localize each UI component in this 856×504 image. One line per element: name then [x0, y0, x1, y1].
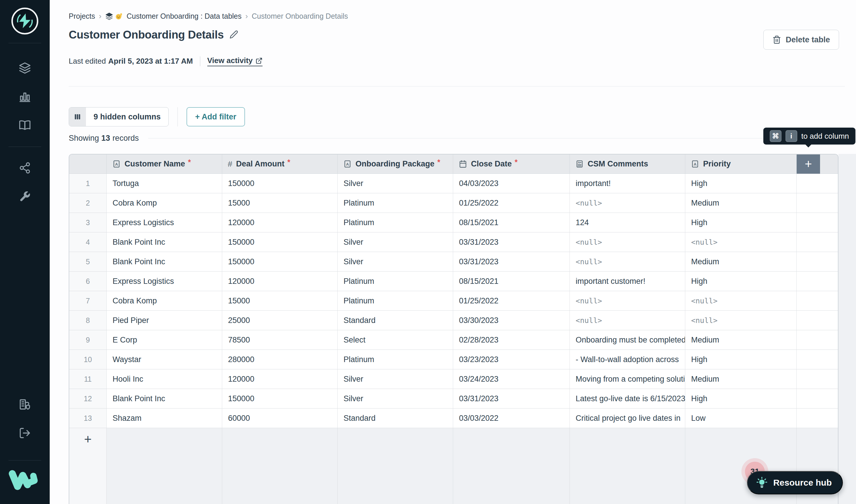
table-cell[interactable]: 08/15/2021: [453, 213, 570, 232]
table-cell[interactable]: Hooli Inc: [107, 370, 222, 389]
column-header-deal-amount[interactable]: #Deal Amount*: [222, 155, 338, 174]
table-cell[interactable]: Select: [338, 330, 453, 349]
table-cell[interactable]: Critical project go live dates in: [570, 409, 685, 428]
table-cell[interactable]: <null>: [685, 232, 797, 252]
breadcrumb-section[interactable]: Customer Onboarding : Data tables: [126, 12, 241, 20]
table-cell[interactable]: <null>: [570, 291, 685, 310]
table-cell[interactable]: 02/28/2023: [453, 330, 570, 349]
table-cell[interactable]: 150000: [222, 232, 338, 252]
column-header-csm-comments[interactable]: ACSM Comments: [570, 155, 685, 174]
table-cell[interactable]: Silver: [338, 252, 453, 271]
sidebar-item-share[interactable]: [18, 162, 32, 175]
hidden-columns-button[interactable]: 9 hidden columns: [69, 107, 169, 126]
sidebar-item-bar-chart[interactable]: [18, 91, 32, 104]
table-cell[interactable]: 120000: [222, 370, 338, 389]
add-filter-button[interactable]: + Add filter: [187, 107, 245, 126]
table-cell[interactable]: <null>: [685, 291, 797, 310]
table-cell[interactable]: 120000: [222, 213, 338, 232]
table-cell[interactable]: 04/03/2023: [453, 174, 570, 193]
table-cell[interactable]: 03/03/2022: [453, 409, 570, 428]
table-cell[interactable]: Medium: [685, 252, 797, 271]
table-cell[interactable]: E Corp: [107, 330, 222, 349]
column-header-customer-name[interactable]: ACustomer Name*: [107, 155, 222, 174]
table-cell[interactable]: 03/30/2023: [453, 311, 570, 330]
table-cell[interactable]: 03/31/2023: [453, 252, 570, 271]
table-cell[interactable]: 01/25/2022: [453, 193, 570, 213]
add-row-button[interactable]: +: [84, 433, 92, 446]
table-cell[interactable]: Silver: [338, 370, 453, 389]
column-header-close-date[interactable]: Close Date*: [453, 155, 570, 174]
table-cell[interactable]: 150000: [222, 174, 338, 193]
table-cell[interactable]: High: [685, 272, 797, 291]
table-cell[interactable]: 03/31/2023: [453, 389, 570, 408]
table-cell[interactable]: Low: [685, 409, 797, 428]
table-cell[interactable]: 03/24/2023: [453, 370, 570, 389]
table-cell[interactable]: 120000: [222, 272, 338, 291]
table-cell[interactable]: 03/31/2023: [453, 232, 570, 252]
table-cell[interactable]: 78500: [222, 330, 338, 349]
app-logo[interactable]: [12, 7, 38, 34]
table-cell[interactable]: Express Logistics: [107, 213, 222, 232]
table-cell[interactable]: Medium: [685, 370, 797, 389]
sidebar-item-book[interactable]: [18, 119, 32, 132]
sidebar-item-layers[interactable]: [18, 62, 32, 75]
table-cell[interactable]: Medium: [685, 193, 797, 213]
table-cell[interactable]: Silver: [338, 389, 453, 408]
table-cell[interactable]: 25000: [222, 311, 338, 330]
table-cell[interactable]: High: [685, 389, 797, 408]
table-cell[interactable]: Waystar: [107, 350, 222, 369]
table-cell[interactable]: High: [685, 350, 797, 369]
table-cell[interactable]: Tortuga: [107, 174, 222, 193]
table-cell[interactable]: Express Logistics: [107, 272, 222, 291]
table-cell[interactable]: Blank Point Inc: [107, 389, 222, 408]
table-cell[interactable]: Blank Point Inc: [107, 232, 222, 252]
sidebar-item-organization[interactable]: [18, 398, 32, 412]
table-cell[interactable]: 150000: [222, 252, 338, 271]
table-cell[interactable]: Shazam: [107, 409, 222, 428]
table-cell[interactable]: 124: [570, 213, 685, 232]
table-cell[interactable]: Silver: [338, 232, 453, 252]
table-cell[interactable]: Latest go-live date is 6/15/2023: [570, 389, 685, 408]
column-header-priority[interactable]: APriority: [685, 155, 797, 174]
table-cell[interactable]: Pied Piper: [107, 311, 222, 330]
table-cell[interactable]: Standard: [338, 409, 453, 428]
table-cell[interactable]: 01/25/2022: [453, 291, 570, 310]
sidebar-item-wrench[interactable]: [18, 191, 32, 204]
table-cell[interactable]: Cobra Komp: [107, 291, 222, 310]
table-cell[interactable]: <null>: [570, 311, 685, 330]
table-cell[interactable]: High: [685, 213, 797, 232]
table-cell[interactable]: 15000: [222, 193, 338, 213]
table-cell[interactable]: <null>: [570, 193, 685, 213]
table-cell[interactable]: important!: [570, 174, 685, 193]
delete-table-button[interactable]: Delete table: [763, 30, 839, 50]
table-cell[interactable]: 150000: [222, 389, 338, 408]
table-cell[interactable]: Cobra Komp: [107, 193, 222, 213]
table-cell[interactable]: 280000: [222, 350, 338, 369]
table-cell[interactable]: High: [685, 174, 797, 193]
table-cell[interactable]: <null>: [570, 232, 685, 252]
resource-hub-button[interactable]: Resource hub: [747, 471, 843, 494]
table-cell[interactable]: Moving from a competing solution: [570, 370, 685, 389]
table-cell[interactable]: Onboarding must be completed: [570, 330, 685, 349]
table-cell[interactable]: Silver: [338, 174, 453, 193]
breadcrumb-projects[interactable]: Projects: [69, 12, 95, 20]
table-cell[interactable]: Blank Point Inc: [107, 252, 222, 271]
sidebar-item-logout[interactable]: [18, 427, 32, 440]
table-cell[interactable]: 08/15/2021: [453, 272, 570, 291]
table-cell[interactable]: important customer!: [570, 272, 685, 291]
column-header-onboarding-package[interactable]: AOnboarding Package*: [338, 155, 453, 174]
table-cell[interactable]: Platinum: [338, 350, 453, 369]
table-cell[interactable]: <null>: [570, 252, 685, 271]
table-cell[interactable]: Platinum: [338, 272, 453, 291]
table-cell[interactable]: Platinum: [338, 193, 453, 213]
table-cell[interactable]: <null>: [685, 311, 797, 330]
table-cell[interactable]: Platinum: [338, 213, 453, 232]
table-cell[interactable]: Medium: [685, 330, 797, 349]
add-column-button[interactable]: +: [797, 155, 820, 174]
table-cell[interactable]: 60000: [222, 409, 338, 428]
table-cell[interactable]: 03/23/2023: [453, 350, 570, 369]
table-cell[interactable]: - Wall-to-wall adoption across: [570, 350, 685, 369]
edit-title-button[interactable]: [229, 30, 239, 40]
table-cell[interactable]: 15000: [222, 291, 338, 310]
view-activity-link[interactable]: View activity: [207, 56, 263, 66]
